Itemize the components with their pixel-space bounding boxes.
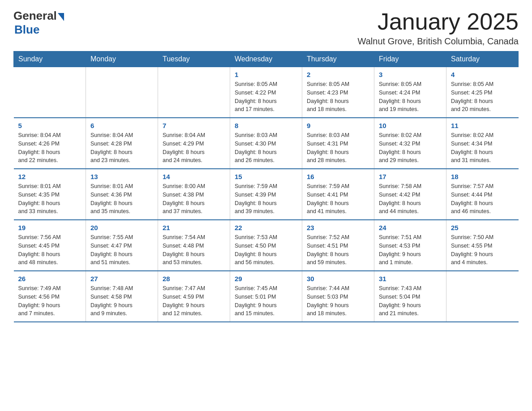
calendar-cell: 7Sunrise: 8:04 AM Sunset: 4:29 PM Daylig… <box>158 118 230 169</box>
calendar-cell: 12Sunrise: 8:01 AM Sunset: 4:35 PM Dayli… <box>14 169 86 220</box>
logo: General Blue <box>13 9 64 37</box>
calendar-cell: 17Sunrise: 7:58 AM Sunset: 4:42 PM Dayli… <box>374 169 446 220</box>
day-number: 27 <box>90 275 153 283</box>
calendar-cell: 3Sunrise: 8:05 AM Sunset: 4:24 PM Daylig… <box>374 67 446 118</box>
day-number: 15 <box>235 173 297 180</box>
day-info: Sunrise: 8:01 AM Sunset: 4:36 PM Dayligh… <box>90 182 153 216</box>
day-number: 4 <box>451 71 514 78</box>
calendar-cell: 27Sunrise: 7:48 AM Sunset: 4:58 PM Dayli… <box>86 271 158 322</box>
calendar-cell: 16Sunrise: 7:59 AM Sunset: 4:41 PM Dayli… <box>302 169 374 220</box>
header: General Blue January 2025 Walnut Grove, … <box>13 9 519 47</box>
logo-blue-text: Blue <box>14 23 39 37</box>
calendar-cell: 9Sunrise: 8:03 AM Sunset: 4:31 PM Daylig… <box>302 118 374 169</box>
day-number: 11 <box>451 122 514 129</box>
day-number: 14 <box>163 173 225 180</box>
day-info: Sunrise: 8:05 AM Sunset: 4:24 PM Dayligh… <box>379 80 442 114</box>
day-number: 28 <box>163 275 225 283</box>
calendar-week-row: 1Sunrise: 8:05 AM Sunset: 4:22 PM Daylig… <box>14 67 519 118</box>
day-info: Sunrise: 7:48 AM Sunset: 4:58 PM Dayligh… <box>90 284 153 318</box>
day-of-week-header: Sunday <box>14 51 86 67</box>
day-info: Sunrise: 7:43 AM Sunset: 5:04 PM Dayligh… <box>379 284 442 318</box>
calendar-cell: 6Sunrise: 8:04 AM Sunset: 4:28 PM Daylig… <box>86 118 158 169</box>
day-number: 13 <box>90 173 153 180</box>
calendar-week-row: 12Sunrise: 8:01 AM Sunset: 4:35 PM Dayli… <box>14 169 519 220</box>
day-number: 24 <box>379 224 442 231</box>
calendar-week-row: 19Sunrise: 7:56 AM Sunset: 4:45 PM Dayli… <box>14 220 519 271</box>
day-number: 20 <box>90 224 153 231</box>
day-number: 26 <box>18 275 82 283</box>
day-info: Sunrise: 8:05 AM Sunset: 4:25 PM Dayligh… <box>451 80 514 114</box>
day-of-week-header: Wednesday <box>230 51 302 67</box>
day-info: Sunrise: 8:05 AM Sunset: 4:23 PM Dayligh… <box>307 80 369 114</box>
calendar-week-row: 26Sunrise: 7:49 AM Sunset: 4:56 PM Dayli… <box>14 271 519 322</box>
calendar-cell: 14Sunrise: 8:00 AM Sunset: 4:38 PM Dayli… <box>158 169 230 220</box>
calendar-cell: 30Sunrise: 7:44 AM Sunset: 5:03 PM Dayli… <box>302 271 374 322</box>
day-of-week-header: Friday <box>374 51 446 67</box>
day-info: Sunrise: 8:04 AM Sunset: 4:29 PM Dayligh… <box>163 131 225 165</box>
day-info: Sunrise: 7:59 AM Sunset: 4:39 PM Dayligh… <box>235 182 297 216</box>
day-of-week-header: Thursday <box>302 51 374 67</box>
calendar-cell: 15Sunrise: 7:59 AM Sunset: 4:39 PM Dayli… <box>230 169 302 220</box>
day-info: Sunrise: 8:04 AM Sunset: 4:28 PM Dayligh… <box>90 131 153 165</box>
calendar-week-row: 5Sunrise: 8:04 AM Sunset: 4:26 PM Daylig… <box>14 118 519 169</box>
calendar-cell <box>86 67 158 118</box>
calendar-cell: 24Sunrise: 7:51 AM Sunset: 4:53 PM Dayli… <box>374 220 446 271</box>
calendar-cell <box>446 271 519 322</box>
calendar-cell: 8Sunrise: 8:03 AM Sunset: 4:30 PM Daylig… <box>230 118 302 169</box>
day-number: 9 <box>307 122 369 129</box>
day-info: Sunrise: 7:49 AM Sunset: 4:56 PM Dayligh… <box>18 284 82 318</box>
calendar-cell: 1Sunrise: 8:05 AM Sunset: 4:22 PM Daylig… <box>230 67 302 118</box>
day-info: Sunrise: 7:56 AM Sunset: 4:45 PM Dayligh… <box>18 233 82 267</box>
day-number: 12 <box>18 173 82 180</box>
calendar-cell: 18Sunrise: 7:57 AM Sunset: 4:44 PM Dayli… <box>446 169 519 220</box>
calendar-cell: 20Sunrise: 7:55 AM Sunset: 4:47 PM Dayli… <box>86 220 158 271</box>
day-info: Sunrise: 7:52 AM Sunset: 4:51 PM Dayligh… <box>307 233 369 267</box>
day-number: 18 <box>451 173 514 180</box>
calendar-cell: 10Sunrise: 8:02 AM Sunset: 4:32 PM Dayli… <box>374 118 446 169</box>
day-of-week-header: Monday <box>86 51 158 67</box>
day-info: Sunrise: 7:44 AM Sunset: 5:03 PM Dayligh… <box>307 284 369 318</box>
day-number: 25 <box>451 224 514 231</box>
day-info: Sunrise: 8:01 AM Sunset: 4:35 PM Dayligh… <box>18 182 82 216</box>
day-number: 31 <box>379 275 442 283</box>
day-of-week-header: Saturday <box>446 51 519 67</box>
calendar-cell: 13Sunrise: 8:01 AM Sunset: 4:36 PM Dayli… <box>86 169 158 220</box>
calendar-cell: 31Sunrise: 7:43 AM Sunset: 5:04 PM Dayli… <box>374 271 446 322</box>
day-info: Sunrise: 8:02 AM Sunset: 4:34 PM Dayligh… <box>451 131 514 165</box>
day-info: Sunrise: 8:00 AM Sunset: 4:38 PM Dayligh… <box>163 182 225 216</box>
day-number: 19 <box>18 224 82 231</box>
calendar-title: January 2025 <box>358 9 519 34</box>
calendar-table: SundayMondayTuesdayWednesdayThursdayFrid… <box>13 51 519 322</box>
day-of-week-header: Tuesday <box>158 51 230 67</box>
day-info: Sunrise: 8:04 AM Sunset: 4:26 PM Dayligh… <box>18 131 82 165</box>
day-number: 16 <box>307 173 369 180</box>
logo-triangle-icon <box>58 13 64 21</box>
day-number: 3 <box>379 71 442 78</box>
day-number: 30 <box>307 275 369 283</box>
calendar-cell: 26Sunrise: 7:49 AM Sunset: 4:56 PM Dayli… <box>14 271 86 322</box>
day-number: 2 <box>307 71 369 78</box>
calendar-cell: 23Sunrise: 7:52 AM Sunset: 4:51 PM Dayli… <box>302 220 374 271</box>
day-number: 8 <box>235 122 297 129</box>
day-number: 17 <box>379 173 442 180</box>
calendar-cell: 25Sunrise: 7:50 AM Sunset: 4:55 PM Dayli… <box>446 220 519 271</box>
day-info: Sunrise: 8:03 AM Sunset: 4:30 PM Dayligh… <box>235 131 297 165</box>
title-area: January 2025 Walnut Grove, British Colum… <box>358 9 519 47</box>
day-number: 22 <box>235 224 297 231</box>
calendar-cell: 22Sunrise: 7:53 AM Sunset: 4:50 PM Dayli… <box>230 220 302 271</box>
day-info: Sunrise: 7:57 AM Sunset: 4:44 PM Dayligh… <box>451 182 514 216</box>
calendar-cell: 29Sunrise: 7:45 AM Sunset: 5:01 PM Dayli… <box>230 271 302 322</box>
day-number: 23 <box>307 224 369 231</box>
day-info: Sunrise: 7:45 AM Sunset: 5:01 PM Dayligh… <box>235 284 297 318</box>
calendar-cell <box>14 67 86 118</box>
calendar-cell: 5Sunrise: 8:04 AM Sunset: 4:26 PM Daylig… <box>14 118 86 169</box>
day-info: Sunrise: 7:47 AM Sunset: 4:59 PM Dayligh… <box>163 284 225 318</box>
day-info: Sunrise: 7:51 AM Sunset: 4:53 PM Dayligh… <box>379 233 442 267</box>
day-info: Sunrise: 8:05 AM Sunset: 4:22 PM Dayligh… <box>235 80 297 114</box>
calendar-cell: 28Sunrise: 7:47 AM Sunset: 4:59 PM Dayli… <box>158 271 230 322</box>
calendar-cell: 4Sunrise: 8:05 AM Sunset: 4:25 PM Daylig… <box>446 67 519 118</box>
day-number: 1 <box>235 71 297 78</box>
calendar-subtitle: Walnut Grove, British Columbia, Canada <box>358 36 519 47</box>
day-number: 6 <box>90 122 153 129</box>
day-info: Sunrise: 7:58 AM Sunset: 4:42 PM Dayligh… <box>379 182 442 216</box>
